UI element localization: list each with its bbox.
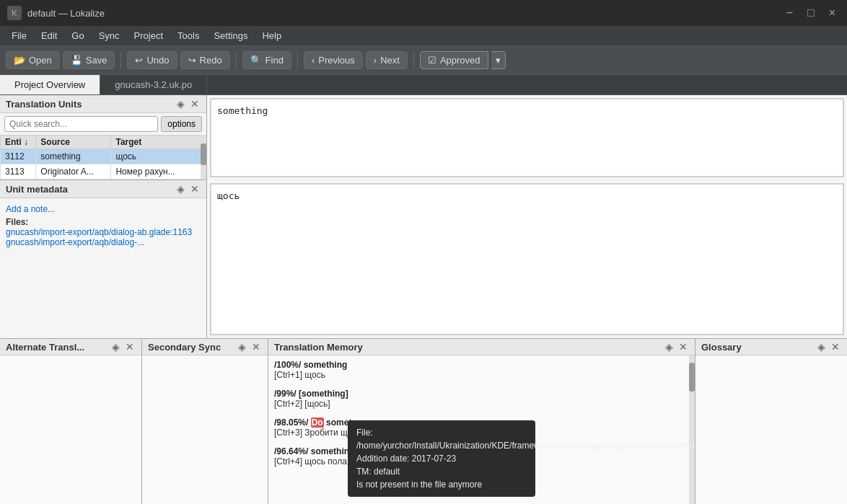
glossary-icons: ◈ ✕ [816, 341, 841, 353]
sec-sync-title: Secondary Sync [148, 342, 221, 353]
search-input[interactable] [4, 116, 158, 132]
alt-trans-close-icon[interactable]: ✕ [124, 341, 136, 353]
next-button[interactable]: › Next [366, 51, 408, 69]
tm-pin-icon[interactable]: ◈ [664, 341, 675, 353]
tm-match-3-prefix: /98.05%/ [274, 417, 311, 428]
sec-sync-content [142, 355, 268, 504]
tu-search-row: options [0, 113, 206, 135]
tu-scrollbar[interactable] [201, 135, 206, 180]
tab-gnucash-file[interactable]: gnucash-3.2.uk.po [100, 75, 207, 94]
tm-close-icon[interactable]: ✕ [677, 341, 689, 353]
alt-trans-title: Alternate Transl... [6, 342, 84, 353]
glossary-content [695, 355, 847, 504]
file-link-2[interactable]: gnucash/import-export/aqb/dialog-... [6, 237, 144, 247]
save-label: Save [86, 55, 107, 66]
tu-scrollbar-thumb [201, 143, 206, 165]
glossary-close-icon[interactable]: ✕ [830, 341, 841, 353]
tm-scrollbar[interactable] [689, 355, 695, 504]
files-label: Files: [6, 217, 28, 227]
save-button[interactable]: 💾 Save [63, 51, 115, 69]
toolbar-separator-1 [120, 52, 121, 69]
unit-metadata-title: Unit metadata [6, 184, 68, 195]
redo-button[interactable]: ↪ Redo [180, 51, 230, 69]
open-folder-icon: 📂 [14, 55, 25, 66]
titlebar: K default — Lokalize − □ × [0, 0, 847, 26]
alt-trans-content [0, 355, 141, 504]
translation-units-section: Translation Units ◈ ✕ options Enti ↓ Sou… [0, 95, 206, 180]
table-row[interactable]: 3112 something щось [1, 149, 206, 164]
sec-sync-close-icon[interactable]: ✕ [250, 341, 262, 353]
tm-item-2[interactable]: /99%/ [something] [Ctrl+2] [щось] [274, 389, 689, 409]
tu-close-icon[interactable]: ✕ [189, 98, 201, 110]
target-text-area[interactable]: щось [210, 183, 844, 335]
titlebar-controls: − □ × [782, 5, 840, 21]
previous-arrow-icon: ‹ [312, 55, 315, 66]
tm-match-1: /100%/ something [274, 360, 689, 370]
add-note-link[interactable]: Add a note... [6, 204, 201, 214]
open-label: Open [29, 55, 52, 66]
open-button[interactable]: 📂 Open [6, 51, 60, 69]
source-cell: something [36, 149, 111, 164]
um-pin-icon[interactable]: ◈ [175, 183, 186, 195]
tm-item-1[interactable]: /100%/ something [Ctrl+1] щось [274, 360, 689, 380]
target-text: щось [217, 190, 240, 201]
sec-sync-pin-icon[interactable]: ◈ [237, 341, 247, 353]
translation-units-table: Enti ↓ Source Target 3112 something щось… [0, 135, 206, 180]
maximize-button[interactable]: □ [803, 5, 819, 21]
previous-label: Previous [318, 55, 355, 66]
tooltip-note: Is not present in the file anymore [356, 478, 527, 491]
next-label: Next [380, 55, 400, 66]
tooltip-addition-date-value: 2017-07-23 [412, 454, 456, 464]
menu-help[interactable]: Help [255, 28, 289, 43]
tab-project-overview[interactable]: Project Overview [0, 75, 100, 94]
col-source[interactable]: Source [36, 136, 111, 149]
toolbar-separator-2 [236, 52, 237, 69]
unit-metadata-header: Unit metadata ◈ ✕ [0, 180, 206, 198]
unit-metadata-content: Add a note... Files: gnucash/import-expo… [0, 198, 206, 338]
alt-trans-header: Alternate Transl... ◈ ✕ [0, 339, 141, 355]
sec-sync-header: Secondary Sync ◈ ✕ [142, 339, 268, 355]
col-entry[interactable]: Enti ↓ [1, 136, 36, 149]
entry-cell: 3112 [1, 149, 36, 164]
file-link-1[interactable]: gnucash/import-export/aqb/dialog-ab.glad… [6, 227, 192, 237]
tu-pin-icon[interactable]: ◈ [175, 98, 186, 110]
menu-settings[interactable]: Settings [206, 28, 255, 43]
tooltip-file-value: /home/yurchor/Install/Ukrainization/KDE/… [356, 441, 695, 451]
menu-sync[interactable]: Sync [92, 28, 127, 43]
tm-icons: ◈ ✕ [664, 341, 689, 353]
menu-tools[interactable]: Tools [170, 28, 206, 43]
minimize-button[interactable]: − [782, 5, 797, 21]
tooltip-tm-label: TM: [356, 467, 372, 477]
alt-trans-icons: ◈ ✕ [110, 341, 136, 353]
target-cell: щось [111, 149, 206, 164]
previous-button[interactable]: ‹ Previous [304, 51, 363, 69]
find-button[interactable]: 🔍 Find [242, 51, 291, 69]
tm-shortcut-2: [Ctrl+2] [щось] [274, 399, 689, 409]
approved-dropdown-button[interactable]: ▾ [491, 51, 506, 69]
menu-go[interactable]: Go [64, 28, 91, 43]
col-target[interactable]: Target [111, 136, 206, 149]
undo-button[interactable]: ↩ Undo [127, 51, 177, 69]
menu-edit[interactable]: Edit [34, 28, 64, 43]
tooltip-addition-date-label: Addition date: [356, 454, 409, 464]
glossary-panel: Glossary ◈ ✕ [695, 339, 847, 504]
app-icon: K [7, 6, 22, 20]
unit-metadata-section: Unit metadata ◈ ✕ Add a note... Files: g… [0, 180, 206, 338]
close-button[interactable]: × [825, 5, 840, 21]
menu-project[interactable]: Project [127, 28, 170, 43]
main-area: Translation Units ◈ ✕ options Enti ↓ Sou… [0, 95, 847, 338]
glossary-header: Glossary ◈ ✕ [695, 339, 847, 355]
alt-trans-pin-icon[interactable]: ◈ [110, 341, 121, 353]
tm-content: /100%/ something [Ctrl+1] щось /99%/ [so… [268, 355, 695, 504]
right-panel: something щось [207, 95, 847, 338]
tu-options-button[interactable]: options [161, 116, 202, 132]
menu-file[interactable]: File [4, 28, 34, 43]
toolbar-separator-3 [297, 52, 298, 69]
source-text-area: something [210, 98, 844, 177]
glossary-title: Glossary [701, 342, 742, 353]
tu-table-header: Enti ↓ Source Target [1, 136, 206, 149]
table-row[interactable]: 3113 Originator A... Номер рахун... [1, 164, 206, 180]
um-close-icon[interactable]: ✕ [189, 183, 201, 195]
glossary-pin-icon[interactable]: ◈ [816, 341, 827, 353]
approved-button[interactable]: ☑ Approved [420, 51, 488, 69]
